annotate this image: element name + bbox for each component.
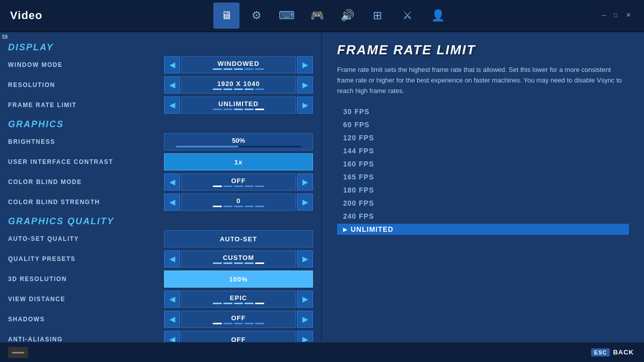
fps-180[interactable]: 180 FPS bbox=[337, 185, 629, 196]
anti-aliasing-next[interactable]: ▶ bbox=[297, 331, 313, 342]
nav-keyboard[interactable]: ⌨ bbox=[274, 3, 300, 29]
brightness-control: 50% bbox=[164, 133, 313, 150]
frame-rate-row: FRAME RATE LIMIT ◀ UNLIMITED ▶ bbox=[0, 95, 321, 115]
view-distance-value: EPIC bbox=[181, 291, 296, 308]
anti-aliasing-prev[interactable]: ◀ bbox=[164, 331, 180, 342]
3d-resolution-control: 100% bbox=[164, 270, 313, 288]
frame-rate-next[interactable]: ▶ bbox=[297, 97, 313, 114]
maximize-button[interactable]: □ bbox=[614, 12, 622, 20]
shadows-next[interactable]: ▶ bbox=[297, 311, 313, 328]
window-mode-prev[interactable]: ◀ bbox=[164, 56, 180, 73]
nav-user[interactable]: 👤 bbox=[425, 3, 451, 29]
fps-240[interactable]: 240 FPS bbox=[337, 211, 629, 222]
auto-set-quality-control: AUTO-SET bbox=[164, 230, 313, 247]
brightness-row: BRIGHTNESS 50% bbox=[0, 132, 321, 152]
nav-settings[interactable]: ⚙ bbox=[244, 3, 270, 29]
right-panel: FRAME RATE LIMIT Frame rate limit sets t… bbox=[322, 32, 644, 342]
window-controls: ─ □ ✕ bbox=[602, 12, 634, 20]
close-button[interactable]: ✕ bbox=[626, 12, 634, 20]
view-distance-control: ◀ EPIC ▶ bbox=[164, 291, 313, 308]
panel-title: FRAME RATE LIMIT bbox=[337, 42, 629, 58]
shadows-prev[interactable]: ◀ bbox=[164, 311, 180, 328]
nav-icons: 🖥 ⚙ ⌨ 🎮 🔊 ⊞ ⚔ 👤 bbox=[63, 3, 602, 29]
quality-presets-slider bbox=[213, 262, 264, 264]
fps-unlimited[interactable]: UNLIMITED bbox=[337, 224, 629, 235]
window-mode-value: WINDOWED bbox=[181, 56, 296, 73]
color-blind-strength-label: COLOR BLIND STRENGTH bbox=[8, 199, 164, 206]
nav-gamepad[interactable]: 🎮 bbox=[304, 3, 330, 29]
quality-presets-label: QUALITY PRESETS bbox=[8, 255, 164, 262]
quality-presets-next[interactable]: ▶ bbox=[297, 250, 313, 267]
shadows-row: SHADOWS ◀ OFF ▶ bbox=[0, 309, 321, 329]
nav-audio[interactable]: 🔊 bbox=[334, 3, 360, 29]
main-content: DISPLAY WINDOW MODE ◀ WINDOWED ▶ RESOLUT… bbox=[0, 32, 644, 342]
color-blind-strength-row: COLOR BLIND STRENGTH ◀ 0 ▶ bbox=[0, 192, 321, 212]
quality-presets-value: CUSTOM bbox=[181, 250, 296, 267]
window-mode-slider bbox=[213, 68, 264, 70]
graphics-quality-header: GRAPHICS QUALITY bbox=[0, 212, 321, 229]
frame-rate-value: UNLIMITED bbox=[181, 97, 296, 114]
quality-presets-row: QUALITY PRESETS ◀ CUSTOM ▶ bbox=[0, 249, 321, 269]
resolution-slider bbox=[213, 88, 264, 90]
color-blind-mode-row: COLOR BLIND MODE ◀ OFF ▶ bbox=[0, 172, 321, 192]
window-mode-control: ◀ WINDOWED ▶ bbox=[164, 56, 313, 73]
color-blind-slider bbox=[213, 186, 264, 187]
color-blind-mode-next[interactable]: ▶ bbox=[297, 173, 313, 191]
resolution-prev[interactable]: ◀ bbox=[164, 76, 180, 94]
color-blind-mode-prev[interactable]: ◀ bbox=[164, 173, 180, 191]
back-button[interactable]: ESC BACK bbox=[591, 348, 634, 356]
display-section-header: DISPLAY bbox=[0, 38, 321, 55]
nav-network[interactable]: ⊞ bbox=[364, 3, 390, 29]
shadows-control: ◀ OFF ▶ bbox=[164, 311, 313, 328]
view-distance-prev[interactable]: ◀ bbox=[164, 291, 180, 308]
fps-120[interactable]: 120 FPS bbox=[337, 132, 629, 143]
window-mode-row: WINDOW MODE ◀ WINDOWED ▶ bbox=[0, 55, 321, 75]
panel-description: Frame rate limit sets the highest frame … bbox=[337, 65, 629, 96]
quality-presets-control: ◀ CUSTOM ▶ bbox=[164, 250, 313, 267]
color-blind-strength-slider bbox=[213, 206, 264, 207]
ui-contrast-value: 1x bbox=[164, 153, 313, 170]
resolution-control: ◀ 1920 X 1040 ▶ bbox=[164, 76, 313, 94]
auto-set-quality-row: AUTO-SET QUALITY AUTO-SET bbox=[0, 229, 321, 249]
3d-resolution-label: 3D RESOLUTION bbox=[8, 276, 164, 283]
fps-144[interactable]: 144 FPS bbox=[337, 145, 629, 156]
brightness-text: 50% bbox=[232, 137, 245, 144]
frame-rate-slider bbox=[213, 109, 264, 110]
color-blind-strength-control: ◀ 0 ▶ bbox=[164, 194, 313, 211]
view-distance-label: VIEW DISTANCE bbox=[8, 296, 164, 303]
left-panel: DISPLAY WINDOW MODE ◀ WINDOWED ▶ RESOLUT… bbox=[0, 32, 322, 342]
nav-controller[interactable]: ⚔ bbox=[394, 3, 421, 29]
color-blind-mode-label: COLOR BLIND MODE bbox=[8, 178, 164, 186]
fps-60[interactable]: 60 FPS bbox=[337, 119, 629, 130]
fps-list: 30 FPS 60 FPS 120 FPS 144 FPS 160 FPS 16… bbox=[337, 106, 629, 235]
color-blind-strength-prev[interactable]: ◀ bbox=[164, 194, 180, 211]
anti-aliasing-control: ◀ OFF ▶ bbox=[164, 331, 313, 342]
minimize-button[interactable]: ─ bbox=[602, 12, 610, 20]
fps-160[interactable]: 160 FPS bbox=[337, 158, 629, 169]
frame-rate-control: ◀ UNLIMITED ▶ bbox=[164, 97, 313, 114]
nav-monitor[interactable]: 🖥 bbox=[213, 3, 239, 29]
window-mode-next[interactable]: ▶ bbox=[297, 56, 313, 73]
brightness-value: 50% bbox=[164, 133, 313, 150]
resolution-value: 1920 X 1040 bbox=[181, 76, 296, 94]
fps-165[interactable]: 165 FPS bbox=[337, 171, 629, 183]
graphics-section-header: GRAPHICS bbox=[0, 115, 321, 132]
top-bar: Video 🖥 ⚙ ⌨ 🎮 🔊 ⊞ ⚔ 👤 ─ □ ✕ bbox=[0, 0, 644, 32]
esc-badge: ESC bbox=[591, 348, 610, 356]
shadows-label: SHADOWS bbox=[8, 316, 164, 323]
bottom-bar: ESC BACK bbox=[0, 342, 644, 362]
auto-set-quality-button[interactable]: AUTO-SET bbox=[164, 230, 313, 247]
ui-contrast-label: USER INTERFACE CONTRAST bbox=[8, 158, 164, 165]
view-distance-next[interactable]: ▶ bbox=[297, 291, 313, 308]
anti-aliasing-value: OFF bbox=[181, 331, 296, 342]
frame-rate-prev[interactable]: ◀ bbox=[164, 97, 180, 114]
quality-presets-prev[interactable]: ◀ bbox=[164, 250, 180, 267]
resolution-next[interactable]: ▶ bbox=[297, 76, 313, 94]
color-blind-strength-value: 0 bbox=[181, 194, 296, 211]
color-blind-strength-next[interactable]: ▶ bbox=[297, 194, 313, 211]
brightness-label: BRIGHTNESS bbox=[8, 138, 164, 145]
fps-30[interactable]: 30 FPS bbox=[337, 106, 629, 117]
color-blind-mode-control: ◀ OFF ▶ bbox=[164, 173, 313, 191]
shadows-slider bbox=[213, 323, 264, 324]
fps-200[interactable]: 200 FPS bbox=[337, 198, 629, 209]
